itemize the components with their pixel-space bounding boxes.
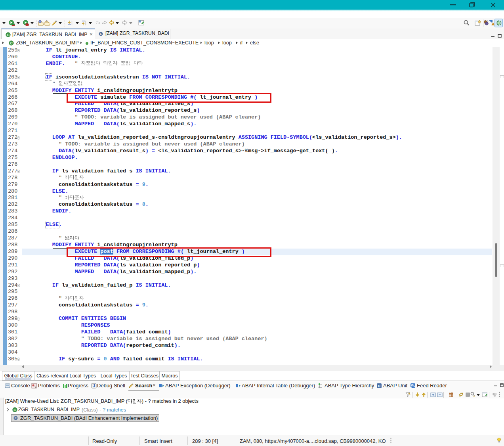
svg-text:u: u	[378, 384, 380, 388]
svg-text:J: J	[93, 384, 95, 388]
